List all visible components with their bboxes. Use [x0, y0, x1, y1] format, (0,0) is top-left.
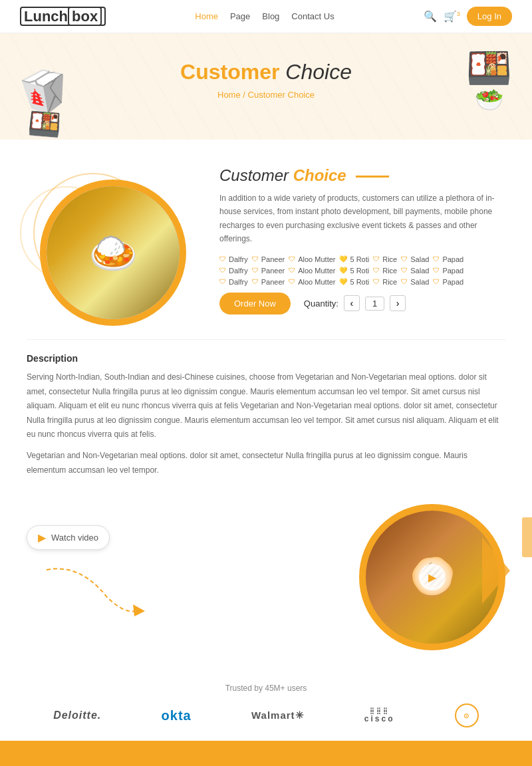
- food-plate-inner: 🍛: [47, 186, 180, 319]
- breadcrumb-home[interactable]: Home: [217, 90, 241, 100]
- breadcrumb-current: Customer Choice: [248, 90, 315, 100]
- tag-roti-1: 💛5 Roti: [339, 255, 369, 263]
- logo[interactable]: Lunchbox: [20, 8, 106, 25]
- quantity-increase[interactable]: ›: [390, 295, 406, 311]
- tag-aloo-3: 🛡Aloo Mutter: [289, 278, 335, 286]
- video-left: ▶ Watch video: [27, 519, 359, 636]
- watch-label: Watch video: [51, 533, 98, 543]
- quantity-value: 1: [365, 297, 384, 311]
- breadcrumb-sep: /: [243, 90, 247, 100]
- hero-content: Customer Choice Home / Customer Choice: [20, 60, 512, 100]
- tags-row-2: 🛡Dalfry 🛡Paneer 🛡Aloo Mutter 💛5 Roti 🛡Ri…: [219, 267, 505, 275]
- tag-salad-3: 🛡Salad: [401, 278, 429, 286]
- tag-paneer-1: 🛡Paneer: [252, 255, 285, 263]
- video-section: ▶ Watch video 🫓 ▶: [0, 491, 532, 670]
- tag-dalfry-2: 🛡Dalfry: [219, 267, 248, 275]
- rect-decoration: [522, 517, 532, 557]
- login-button[interactable]: Log In: [467, 7, 512, 26]
- hero-title: Customer Choice: [20, 60, 512, 84]
- header-icons: 🔍 🛒3 Log In: [424, 7, 512, 26]
- description-title: Description: [27, 353, 505, 364]
- quantity-label: Quantity:: [304, 299, 338, 309]
- tag-salad-2: 🛡Salad: [401, 267, 429, 275]
- dashed-arrow-svg: [27, 557, 160, 636]
- tags-row-3: 🛡Dalfry 🛡Paneer 🛡Aloo Mutter 💛5 Roti 🛡Ri…: [219, 278, 505, 286]
- logo-box: box: [68, 7, 102, 26]
- brand-okta: okta: [162, 708, 192, 723]
- description-para-1: Serving North-Indian, South-Indian and d…: [27, 370, 505, 442]
- product-title-normal: Customer: [219, 166, 289, 184]
- hero-banner: 🥡 🍱 Customer Choice Home / Customer Choi…: [0, 33, 532, 140]
- product-description: In addition to a wide variety of product…: [219, 192, 505, 246]
- title-underline: [356, 176, 389, 178]
- nav-page[interactable]: Page: [230, 11, 250, 21]
- cart-icon[interactable]: 🛒3: [444, 10, 460, 23]
- search-icon[interactable]: 🔍: [424, 10, 437, 23]
- tag-papad-3: 🛡Papad: [433, 278, 464, 286]
- nav-contact[interactable]: Contact Us: [291, 11, 334, 21]
- tag-dalfry-1: 🛡Dalfry: [219, 255, 248, 263]
- description-para-2: Vegetarian and Non-Vegetarian meal optio…: [27, 449, 505, 477]
- tag-rice-3: 🛡Rice: [373, 278, 397, 286]
- tag-roti-3: 💛5 Roti: [339, 278, 369, 286]
- nav-home[interactable]: Home: [195, 11, 218, 21]
- tag-roti-2: 💛5 Roti: [339, 267, 369, 275]
- watch-video-button[interactable]: ▶ Watch video: [27, 525, 110, 550]
- brand-logos: Deloitte. okta Walmart✳ ⣿⣿⣿ cisco ⊙: [27, 703, 505, 727]
- description-section: Description Serving North-Indian, South-…: [0, 340, 532, 491]
- quantity-control: Quantity: ‹ 1 ›: [304, 295, 406, 311]
- food-image: 🍛: [47, 186, 180, 319]
- product-actions: Order Now Quantity: ‹ 1 ›: [219, 293, 505, 315]
- brand-other: ⊙: [455, 703, 479, 727]
- tag-aloo-2: 🛡Aloo Mutter: [289, 267, 335, 275]
- brand-cisco: ⣿⣿⣿ cisco: [364, 707, 395, 723]
- hero-title-colored: Customer: [180, 60, 279, 84]
- quantity-decrease[interactable]: ‹: [344, 295, 360, 311]
- product-image-area: 🍛: [27, 166, 200, 326]
- product-section: 🍛 Customer Choice In addition to a wide …: [0, 140, 532, 339]
- tag-dalfry-3: 🛡Dalfry: [219, 278, 248, 286]
- tag-papad-2: 🛡Papad: [433, 267, 464, 275]
- brand-walmart: Walmart✳: [251, 709, 305, 721]
- play-icon: ▶: [38, 531, 46, 544]
- brand-deloitte: Deloitte.: [53, 709, 101, 721]
- main-nav: Home Page Blog Contact Us: [195, 11, 334, 21]
- video-play-overlay[interactable]: ▶: [419, 564, 446, 590]
- tags-row-1: 🛡Dalfry 🛡Paneer 🛡Aloo Mutter 💛5 Roti 🛡Ri…: [219, 255, 505, 263]
- tag-aloo-1: 🛡Aloo Mutter: [289, 255, 335, 263]
- svg-marker-0: [133, 604, 145, 616]
- tag-papad-1: 🛡Papad: [433, 255, 464, 263]
- nav-blog[interactable]: Blog: [262, 11, 279, 21]
- order-now-button[interactable]: Order Now: [219, 293, 291, 315]
- tag-paneer-3: 🛡Paneer: [252, 278, 285, 286]
- header: Lunchbox Home Page Blog Contact Us 🔍 🛒3 …: [0, 0, 532, 33]
- product-info: Customer Choice In addition to a wide va…: [219, 166, 505, 315]
- tag-paneer-2: 🛡Paneer: [252, 267, 285, 275]
- tag-rice-2: 🛡Rice: [373, 267, 397, 275]
- logo-text: Lunchbox: [20, 7, 106, 26]
- video-food-container: 🫓 ▶: [359, 504, 505, 650]
- product-title: Customer Choice: [219, 166, 505, 185]
- tag-salad-1: 🛡Salad: [401, 255, 429, 263]
- product-title-italic: Choice: [293, 166, 346, 184]
- trust-text: Trusted by 45M+ users: [27, 684, 505, 693]
- food-plate: 🍛: [40, 180, 186, 326]
- breadcrumb: Home / Customer Choice: [20, 90, 512, 100]
- tag-rice-1: 🛡Rice: [373, 255, 397, 263]
- hero-title-italic: Choice: [285, 60, 352, 84]
- trust-section: Trusted by 45M+ users Deloitte. okta Wal…: [0, 670, 532, 741]
- product-layout: 🍛 Customer Choice In addition to a wide …: [27, 166, 505, 326]
- video-image-wrapper: 🫓 ▶: [359, 504, 505, 650]
- newsletter-section: Subscribe For Latest News If you are goi…: [0, 741, 532, 766]
- product-tags: 🛡Dalfry 🛡Paneer 🛡Aloo Mutter 💛5 Roti 🛡Ri…: [219, 255, 505, 286]
